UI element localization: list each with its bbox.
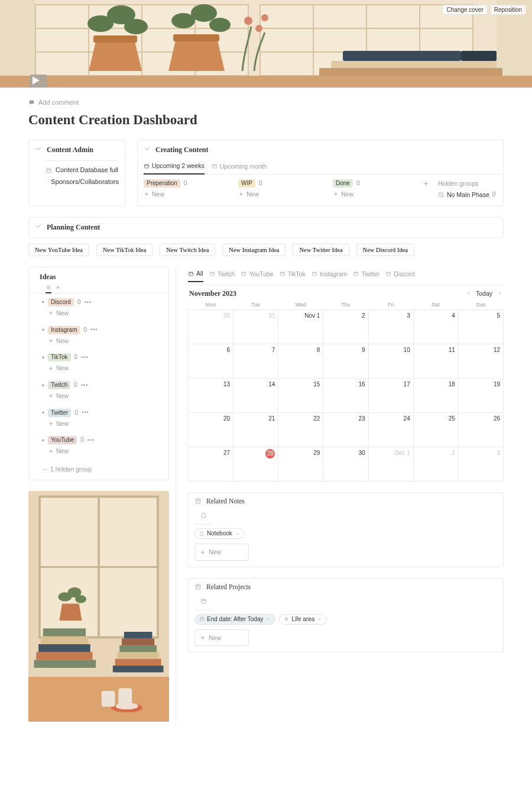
- ideas-view-list-icon[interactable]: [46, 285, 51, 293]
- calendar-cell[interactable]: 27: [189, 447, 233, 482]
- calendar-cell[interactable]: 13: [189, 379, 233, 413]
- admin-link-sponsors[interactable]: Sponsors/Collaborators: [46, 176, 119, 188]
- calendar-cell[interactable]: 9: [323, 344, 368, 379]
- idea-group-new[interactable]: New: [42, 447, 163, 456]
- calendar-cell[interactable]: 22: [278, 413, 323, 447]
- calendar-cell[interactable]: 10: [368, 344, 413, 379]
- idea-group-new[interactable]: New: [42, 364, 163, 373]
- new-idea-button[interactable]: New Twitch Idea: [160, 244, 215, 256]
- calendar-cell[interactable]: 25: [413, 413, 458, 447]
- idea-group-header[interactable]: ▾TikTok0•••: [42, 353, 163, 361]
- calendar-cell[interactable]: 29: [278, 447, 323, 482]
- creating-tab[interactable]: Upcoming 2 weeks: [144, 159, 205, 175]
- calendar-cell[interactable]: 11: [413, 344, 458, 379]
- calendar-tab[interactable]: Discord: [385, 267, 415, 282]
- new-idea-button[interactable]: New Instagram Idea: [222, 244, 286, 256]
- board-column-tag[interactable]: Preperation: [144, 179, 180, 188]
- add-icon[interactable]: [101, 327, 107, 333]
- calendar-cell[interactable]: 21: [233, 413, 278, 447]
- calendar-cell[interactable]: 14: [233, 379, 278, 413]
- ideas-hidden-group[interactable]: 1 hidden group: [29, 463, 168, 480]
- calendar-today-button[interactable]: Today: [476, 289, 492, 298]
- page-icon[interactable]: [30, 75, 47, 88]
- calendar-cell[interactable]: 18: [413, 379, 458, 413]
- board-column-tag[interactable]: WIP: [238, 179, 255, 188]
- toggle-icon[interactable]: [35, 145, 42, 155]
- calendar-cell[interactable]: 24: [368, 413, 413, 447]
- toggle-icon[interactable]: [35, 222, 42, 232]
- calendar-cell[interactable]: 3: [368, 310, 413, 344]
- board-column-tag[interactable]: Done: [333, 179, 353, 188]
- calendar-tab[interactable]: Twitch: [209, 267, 235, 282]
- add-icon[interactable]: [92, 354, 98, 360]
- calendar-cell[interactable]: 2: [323, 310, 368, 344]
- idea-group-header[interactable]: ▾Instagram0•••: [42, 326, 163, 334]
- more-icon[interactable]: •••: [81, 382, 88, 389]
- calendar-tab[interactable]: TikTok: [280, 267, 306, 282]
- calendar-cell[interactable]: 5: [458, 310, 503, 344]
- calendar-cell[interactable]: 8: [278, 344, 323, 379]
- calendar-cell[interactable]: Nov 1: [278, 310, 323, 344]
- calendar-cell[interactable]: 17: [368, 379, 413, 413]
- board-new-button[interactable]: New: [144, 190, 215, 199]
- calendar-tab[interactable]: Instagram: [312, 267, 348, 282]
- idea-group-new[interactable]: New: [42, 392, 163, 400]
- related-projects-view-icon[interactable]: [200, 598, 207, 606]
- calendar-cell[interactable]: 23: [323, 413, 368, 447]
- related-notes-view-icon[interactable]: [200, 512, 207, 521]
- idea-group-header[interactable]: ▾Twitch0•••: [42, 381, 163, 389]
- idea-group-header[interactable]: ▾Twitter0•••: [42, 409, 163, 417]
- new-idea-button[interactable]: New TikTok Idea: [96, 244, 153, 256]
- reposition-cover-button[interactable]: Reposition: [490, 5, 526, 15]
- idea-group-new[interactable]: New: [42, 309, 163, 318]
- more-icon[interactable]: •••: [87, 437, 95, 444]
- calendar-next-button[interactable]: [497, 289, 502, 298]
- new-idea-button[interactable]: New Discord Idea: [356, 244, 414, 256]
- more-icon[interactable]: •••: [84, 299, 91, 306]
- ideas-add-view-icon[interactable]: [55, 285, 61, 290]
- calendar-prev-button[interactable]: [466, 289, 471, 298]
- calendar-cell[interactable]: 20: [189, 413, 233, 447]
- creating-tab[interactable]: Upcoming month: [212, 159, 267, 174]
- add-column-button[interactable]: [421, 179, 430, 199]
- related-projects-lifearea-chip[interactable]: Life area: [279, 614, 327, 625]
- more-icon[interactable]: •••: [82, 409, 89, 416]
- calendar-cell[interactable]: 3: [458, 447, 503, 482]
- calendar-cell[interactable]: 16: [323, 379, 368, 413]
- calendar-cell[interactable]: 15: [278, 379, 323, 413]
- admin-link-database[interactable]: Content Database full: [46, 164, 119, 176]
- related-projects-new-button[interactable]: New: [194, 629, 249, 647]
- board-new-button[interactable]: New: [238, 190, 309, 199]
- idea-group-new[interactable]: New: [42, 419, 163, 428]
- calendar-cell[interactable]: 26: [458, 413, 503, 447]
- calendar-cell[interactable]: 30: [189, 310, 233, 344]
- calendar-cell[interactable]: 6: [189, 344, 233, 379]
- add-icon[interactable]: [95, 299, 101, 305]
- calendar-cell[interactable]: 31: [233, 310, 278, 344]
- calendar-cell[interactable]: 2: [413, 447, 458, 482]
- calendar-cell[interactable]: 19: [458, 379, 503, 413]
- calendar-cell[interactable]: 12: [458, 344, 503, 379]
- add-icon[interactable]: [98, 437, 104, 443]
- related-notes-new-button[interactable]: New: [194, 544, 249, 561]
- calendar-cell[interactable]: 28: [233, 447, 278, 482]
- add-comment-button[interactable]: Add comment: [28, 98, 504, 107]
- calendar-cell[interactable]: Dec 1: [368, 447, 413, 482]
- related-notes-filter-chip[interactable]: Notebook: [194, 528, 245, 539]
- add-icon[interactable]: [92, 410, 98, 416]
- board-new-button[interactable]: New: [333, 190, 404, 199]
- calendar-tab[interactable]: All: [188, 267, 203, 282]
- new-idea-button[interactable]: New Twitter Idea: [293, 244, 349, 256]
- calendar-tab[interactable]: Twitter: [353, 267, 379, 282]
- calendar-cell[interactable]: 4: [413, 310, 458, 344]
- idea-group-new[interactable]: New: [42, 337, 163, 345]
- related-projects-date-chip[interactable]: End date: After Today: [194, 614, 275, 625]
- calendar-cell[interactable]: 30: [323, 447, 368, 482]
- idea-group-header[interactable]: ▾Discord0•••: [42, 298, 163, 306]
- more-icon[interactable]: •••: [81, 354, 88, 361]
- calendar-cell[interactable]: 7: [233, 344, 278, 379]
- change-cover-button[interactable]: Change cover: [442, 5, 487, 15]
- idea-group-header[interactable]: ▾YouTube0•••: [42, 436, 163, 444]
- new-idea-button[interactable]: New YouTube Idea: [28, 244, 89, 256]
- calendar-tab[interactable]: YouTube: [241, 267, 273, 282]
